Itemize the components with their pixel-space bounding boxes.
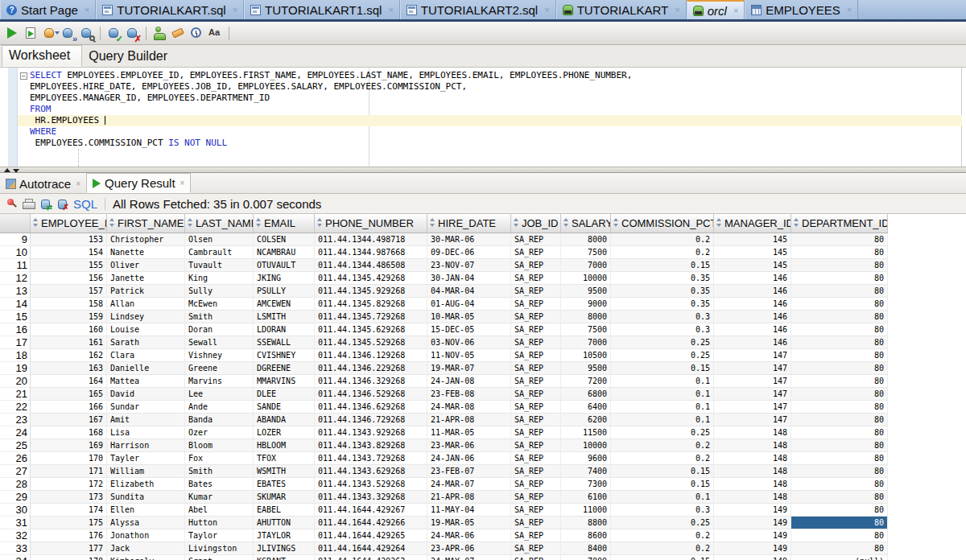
cell-commission-pct[interactable]: 0.1 <box>611 401 714 414</box>
row-number[interactable]: 9 <box>0 233 31 246</box>
cell-hire-date[interactable]: 23-NOV-07 <box>427 259 511 272</box>
cell-last-name[interactable]: Bates <box>185 478 254 491</box>
cell-job-id[interactable]: SA_REP <box>511 298 561 311</box>
code-line-4[interactable]: FROM <box>18 104 962 115</box>
cell-salary[interactable]: 6100 <box>561 491 611 504</box>
cell-email[interactable]: AHUTTON <box>254 517 315 529</box>
row-number[interactable]: 21 <box>0 388 31 401</box>
cell-employee-id[interactable]: 160 <box>31 323 107 336</box>
cell-phone-number[interactable]: 011.44.1644.429264 <box>315 542 427 555</box>
cell-email[interactable]: AMCEWEN <box>254 298 315 311</box>
cell-manager-id[interactable]: 146 <box>714 298 791 311</box>
cell-first-name[interactable]: Nanette <box>107 246 185 259</box>
cell-job-id[interactable]: SA_REP <box>511 233 561 246</box>
cell-phone-number[interactable]: 011.44.1346.529268 <box>315 388 427 401</box>
cell-job-id[interactable]: SA_REP <box>511 452 561 465</box>
cell-email[interactable]: SSEWALL <box>254 336 315 349</box>
cell-department-id[interactable]: 80 <box>791 529 888 542</box>
cell-first-name[interactable]: Jonathon <box>107 529 185 542</box>
cell-department-id[interactable]: 80 <box>791 246 888 259</box>
cell-department-id[interactable]: 80 <box>791 504 888 517</box>
cell-last-name[interactable]: Smith <box>185 465 254 478</box>
cell-commission-pct[interactable]: 0.25 <box>611 336 714 349</box>
editor-tab-tutorialkart-sql[interactable]: TUTORIALKART.sql× <box>96 0 244 19</box>
cell-last-name[interactable]: Marvins <box>185 375 254 388</box>
unshared-worksheet-icon[interactable] <box>151 25 168 42</box>
cell-employee-id[interactable]: 156 <box>31 272 107 285</box>
cell-commission-pct[interactable]: 0.35 <box>611 298 714 311</box>
cell-commission-pct[interactable]: 0.35 <box>611 272 714 285</box>
cell-salary[interactable]: 10500 <box>561 349 611 362</box>
cell-job-id[interactable]: SA_REP <box>511 426 561 439</box>
cell-last-name[interactable]: Kumar <box>185 491 254 504</box>
cell-first-name[interactable]: Danielle <box>107 362 185 375</box>
cell-manager-id[interactable]: 148 <box>714 452 791 465</box>
cell-first-name[interactable]: Allan <box>107 298 185 311</box>
cell-hire-date[interactable]: 21-APR-08 <box>427 414 511 426</box>
cell-hire-date[interactable]: 04-MAR-04 <box>427 285 511 298</box>
row-number[interactable]: 11 <box>0 259 31 272</box>
cell-salary[interactable]: 8000 <box>561 233 611 246</box>
cell-employee-id[interactable]: 171 <box>31 465 107 478</box>
cell-department-id[interactable]: 80 <box>791 323 888 336</box>
cell-manager-id[interactable]: 145 <box>714 246 791 259</box>
splitter-up-icon[interactable] <box>4 168 10 172</box>
cell-department-id[interactable]: 80 <box>791 298 888 311</box>
cell-first-name[interactable]: Alyssa <box>107 517 185 529</box>
cell-job-id[interactable]: SA_REP <box>511 272 561 285</box>
refresh-icon[interactable] <box>39 198 51 209</box>
cell-employee-id[interactable]: 161 <box>31 336 107 349</box>
cell-salary[interactable]: 8000 <box>561 311 611 323</box>
explain-plan-icon[interactable] <box>78 25 95 42</box>
cell-email[interactable]: DGREENE <box>254 362 315 375</box>
editor-tab-employees[interactable]: EMPLOYEES× <box>745 0 858 19</box>
row-number[interactable]: 15 <box>0 311 31 323</box>
cell-salary[interactable]: 7200 <box>561 375 611 388</box>
cell-email[interactable]: SANDE <box>254 401 315 414</box>
cell-last-name[interactable]: Greene <box>185 362 254 375</box>
cell-department-id[interactable]: 80 <box>791 375 888 388</box>
cell-salary[interactable]: 7500 <box>561 246 611 259</box>
cell-commission-pct[interactable]: 0.1 <box>611 414 714 426</box>
cell-hire-date[interactable]: 21-APR-08 <box>427 491 511 504</box>
cell-salary[interactable]: 10000 <box>561 439 611 452</box>
row-number[interactable]: 24 <box>0 426 31 439</box>
code-line-5[interactable]: HR.EMPLOYEES <box>18 115 962 126</box>
column-header-employee-id[interactable]: EMPLOYEE_ID <box>31 214 107 233</box>
cell-employee-id[interactable]: 169 <box>31 439 107 452</box>
code-line-7[interactable]: EMPLOYEES.COMMISSION_PCT IS NOT NULL <box>18 138 962 149</box>
cell-first-name[interactable]: Harrison <box>107 439 185 452</box>
tab-query-result[interactable]: Query Result× <box>86 173 191 193</box>
cell-manager-id[interactable]: 146 <box>714 285 791 298</box>
cell-employee-id[interactable]: 155 <box>31 259 107 272</box>
cell-phone-number[interactable]: 011.44.1343.329268 <box>315 491 427 504</box>
cell-employee-id[interactable]: 172 <box>31 478 107 491</box>
code-fold-icon[interactable]: − <box>20 72 27 80</box>
cell-email[interactable]: PSULLY <box>254 285 315 298</box>
cell-phone-number[interactable]: 011.44.1344.987668 <box>315 246 427 259</box>
code-line-6[interactable]: WHERE <box>18 126 962 138</box>
cell-commission-pct[interactable]: 0.3 <box>611 311 714 323</box>
cell-hire-date[interactable]: 24-MAR-06 <box>427 529 511 542</box>
cell-department-id[interactable]: 80 <box>791 311 888 323</box>
cell-email[interactable]: EABEL <box>254 504 315 517</box>
cell-hire-date[interactable]: 01-AUG-04 <box>427 298 511 311</box>
cell-department-id[interactable]: 80 <box>791 452 888 465</box>
run-plan-dropdown-icon[interactable] <box>41 25 58 42</box>
cell-last-name[interactable]: Sewall <box>185 336 254 349</box>
cell-employee-id[interactable]: 165 <box>31 388 107 401</box>
cell-manager-id[interactable]: 149 <box>714 504 791 517</box>
cell-job-id[interactable]: SA_REP <box>511 388 561 401</box>
cell-email[interactable]: MMARVINS <box>254 375 315 388</box>
cell-job-id[interactable]: SA_REP <box>511 401 561 414</box>
cell-manager-id[interactable]: 147 <box>714 401 791 414</box>
cell-hire-date[interactable]: 23-MAR-06 <box>427 439 511 452</box>
cell-commission-pct[interactable]: 0.1 <box>611 491 714 504</box>
cell-first-name[interactable]: Sundita <box>107 491 185 504</box>
cell-first-name[interactable]: David <box>107 388 185 401</box>
cell-first-name[interactable]: Lindsey <box>107 311 185 323</box>
cell-first-name[interactable]: Jack <box>107 542 185 555</box>
commit-icon[interactable]: ✓ <box>105 25 122 42</box>
cell-employee-id[interactable]: 154 <box>31 246 107 259</box>
cell-first-name[interactable]: Clara <box>107 349 185 362</box>
